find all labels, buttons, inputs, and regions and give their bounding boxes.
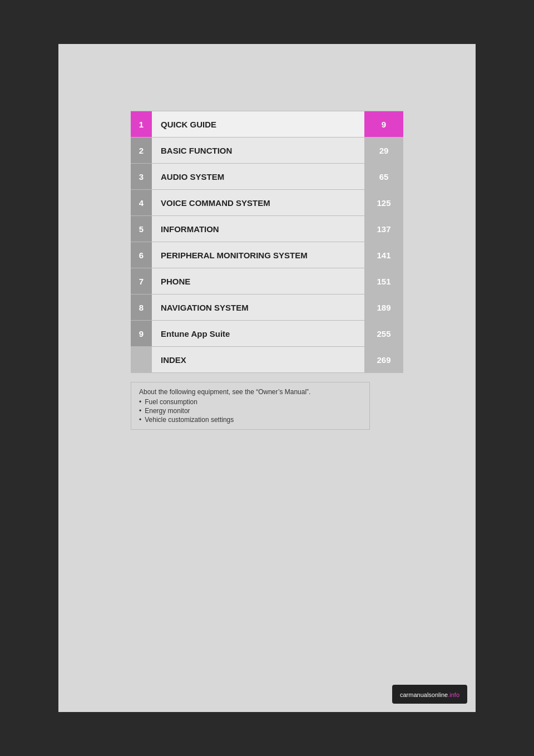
toc-label-row-7: PHONE — [152, 268, 364, 294]
toc-label-row-1: QUICK GUIDE — [152, 111, 364, 137]
toc-label-row-3: AUDIO SYSTEM — [152, 164, 364, 189]
toc-page-row-7: 151 — [364, 268, 403, 294]
site-logo-text: carmanualsonline.info — [400, 691, 459, 698]
toc-page-row-5: 137 — [364, 216, 403, 242]
toc-row-row-1[interactable]: 1QUICK GUIDE9 — [131, 111, 403, 138]
toc-number-row-index — [131, 347, 152, 372]
toc-label-row-4: VOICE COMMAND SYSTEM — [152, 190, 364, 215]
note-bullet: Energy monitor — [139, 407, 362, 415]
toc-page-row-8: 189 — [364, 294, 403, 320]
toc-page-row-2: 29 — [364, 138, 403, 163]
manual-page: 1QUICK GUIDE92BASIC FUNCTION293AUDIO SYS… — [58, 44, 476, 712]
toc-number-row-9: 9 — [131, 321, 152, 346]
note-title: About the following equipment, see the “… — [139, 388, 362, 396]
toc-number-row-7: 7 — [131, 268, 152, 294]
toc-row-row-2[interactable]: 2BASIC FUNCTION29 — [131, 138, 403, 164]
toc-row-row-3[interactable]: 3AUDIO SYSTEM65 — [131, 164, 403, 190]
toc-row-row-5[interactable]: 5INFORMATION137 — [131, 216, 403, 242]
toc-row-row-index[interactable]: INDEX269 — [131, 347, 403, 373]
toc-number-row-1: 1 — [131, 111, 152, 137]
toc-row-row-8[interactable]: 8NAVIGATION SYSTEM189 — [131, 294, 403, 321]
site-logo: carmanualsonline.info — [392, 685, 467, 704]
toc-label-row-5: INFORMATION — [152, 216, 364, 242]
table-of-contents: 1QUICK GUIDE92BASIC FUNCTION293AUDIO SYS… — [131, 111, 403, 373]
toc-page-row-6: 141 — [364, 242, 403, 268]
toc-page-row-index: 269 — [364, 347, 403, 372]
toc-number-row-5: 5 — [131, 216, 152, 242]
toc-page-row-4: 125 — [364, 190, 403, 215]
toc-number-row-3: 3 — [131, 164, 152, 189]
toc-label-row-2: BASIC FUNCTION — [152, 138, 364, 163]
note-bullet: Vehicle customization settings — [139, 416, 362, 424]
toc-page-row-1: 9 — [364, 111, 403, 137]
toc-label-row-6: PERIPHERAL MONITORING SYSTEM — [152, 242, 364, 268]
toc-row-row-7[interactable]: 7PHONE151 — [131, 268, 403, 294]
toc-page-row-9: 255 — [364, 321, 403, 346]
toc-number-row-8: 8 — [131, 294, 152, 320]
toc-row-row-6[interactable]: 6PERIPHERAL MONITORING SYSTEM141 — [131, 242, 403, 268]
toc-number-row-4: 4 — [131, 190, 152, 215]
note-bullet: Fuel consumption — [139, 398, 362, 406]
toc-page-row-3: 65 — [364, 164, 403, 189]
toc-number-row-2: 2 — [131, 138, 152, 163]
toc-row-row-4[interactable]: 4VOICE COMMAND SYSTEM125 — [131, 190, 403, 216]
toc-label-row-8: NAVIGATION SYSTEM — [152, 294, 364, 320]
toc-row-row-9[interactable]: 9Entune App Suite255 — [131, 321, 403, 347]
toc-label-row-9: Entune App Suite — [152, 321, 364, 346]
toc-number-row-6: 6 — [131, 242, 152, 268]
note-box: About the following equipment, see the “… — [131, 382, 370, 430]
toc-label-row-index: INDEX — [152, 347, 364, 372]
